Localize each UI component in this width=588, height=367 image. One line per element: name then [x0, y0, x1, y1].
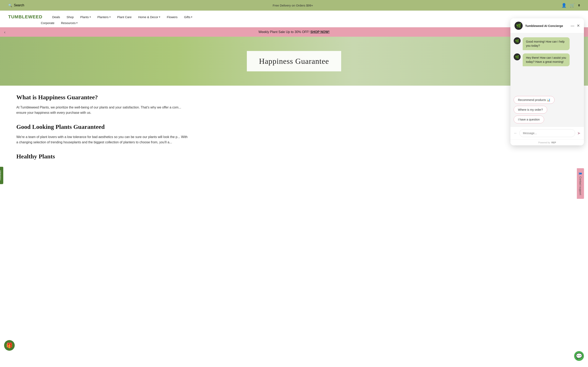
search-label: Search [14, 3, 24, 7]
main-nav: TUMBLEWEED Deals Shop Plants ▾ Planters … [0, 11, 588, 27]
sale-banner: ‹ Weekly Plant Sale Up to 30% OFF! SHOP … [0, 27, 588, 37]
chat-bot-avatar-2: 🌿 [514, 53, 521, 60]
chat-suggestions: Recommend products 📊 Where is my order? … [510, 94, 584, 127]
cart-icon[interactable]: 🛒 [570, 3, 575, 8]
suggest-where-is-order[interactable]: Where is my order? [514, 106, 547, 114]
search-button[interactable]: 🔍 Search [8, 3, 24, 7]
chat-bot-avatar-1: 🌿 [514, 37, 521, 44]
chevron-down-icon: ▾ [109, 16, 111, 18]
nav-item-home-decor[interactable]: Home & Decor ▾ [138, 15, 160, 19]
nav-item-deals[interactable]: Deals [52, 15, 60, 19]
chat-input-area: ← ➤ [510, 127, 584, 140]
hero-title: Happiness Guarantee [259, 57, 329, 66]
account-icon[interactable]: 👤 [562, 3, 567, 8]
chat-message-1: 🌿 Good morning! How can I help you today… [514, 37, 581, 50]
contact-support-tab[interactable]: 👤 Contact support [577, 168, 584, 172]
suggest-have-question[interactable]: I have a question [514, 116, 544, 123]
chevron-down-icon: ▾ [90, 16, 91, 18]
chat-message-2: 🌿 Hey there! How can I assist you today?… [514, 53, 581, 66]
search-icon: 🔍 [8, 3, 12, 7]
chevron-down-icon: ▾ [159, 16, 160, 18]
nav-item-plants[interactable]: Plants ▾ [80, 15, 91, 19]
nav-item-plant-care[interactable]: Plant Care [117, 15, 132, 19]
chat-body: 🌿 Good morning! How can I help you today… [510, 33, 584, 94]
banner-cta[interactable]: SHOP NOW! [310, 30, 329, 34]
logo[interactable]: TUMBLEWEED [8, 14, 43, 20]
chat-minimize-button[interactable]: — [571, 24, 574, 28]
nav-item-shop[interactable]: Shop [67, 15, 74, 19]
nav-item-resources[interactable]: Resources ▾ [61, 21, 78, 25]
delivery-banner: Free Delivery on Orders $99+ [273, 4, 313, 7]
chat-powered-by: Powered by REP [510, 140, 584, 145]
chat-bubble-1: Good morning! How can I help you today? [523, 37, 570, 50]
chat-header: 🌿 Tumbleweed AI Concierge — ✕ [510, 18, 584, 33]
hero-overlay: Happiness Guarantee [247, 51, 341, 71]
chat-message-input[interactable] [519, 129, 575, 137]
suggest-recommend-products[interactable]: Recommend products 📊 [514, 96, 554, 104]
nav-item-flowers[interactable]: Flowers [167, 15, 178, 19]
chat-header-buttons: — ✕ [571, 24, 580, 28]
section2-text: We're a team of plant lovers with a low … [16, 134, 188, 145]
chat-close-button[interactable]: ✕ [577, 24, 580, 28]
section3-title: Healthy Plants [16, 153, 188, 160]
nav-item-corporate[interactable]: Corporate [41, 21, 54, 25]
section1-text: At Tumbleweed Plants, we prioritize the … [16, 105, 188, 115]
nav-item-planters[interactable]: Planters ▾ [97, 15, 111, 19]
hero-section: Happiness Guarantee [0, 37, 588, 86]
chat-widget: 🌿 Tumbleweed AI Concierge — ✕ 🌿 Good mor… [510, 18, 584, 145]
chat-back-button[interactable]: ← [514, 131, 517, 135]
chat-avatar: 🌿 [515, 22, 523, 30]
chat-title: Tumbleweed AI Concierge [525, 24, 568, 27]
reviews-tab[interactable]: Reviews [0, 167, 3, 172]
top-bar-icons: 👤 🛒 0 [562, 3, 580, 8]
section2-title: Good Looking Plants Guaranteed [16, 123, 188, 130]
section1-title: What is Happiness Guarantee? [16, 94, 188, 101]
person-icon: 👤 [579, 172, 582, 172]
cart-count: 0 [578, 4, 580, 7]
banner-prev-button[interactable]: ‹ [4, 30, 6, 34]
nav-item-gifts[interactable]: Gifts ▾ [184, 15, 192, 19]
top-bar: 🔍 Search Free Delivery on Orders $99+ 👤 … [0, 0, 588, 11]
chat-send-button[interactable]: ➤ [577, 131, 581, 136]
chevron-down-icon: ▾ [76, 22, 78, 24]
main-content: What is Happiness Guarantee? At Tumblewe… [0, 86, 196, 172]
chat-bubble-2: Hey there! How can I assist you today? H… [523, 53, 570, 66]
chevron-down-icon: ▾ [191, 16, 192, 18]
